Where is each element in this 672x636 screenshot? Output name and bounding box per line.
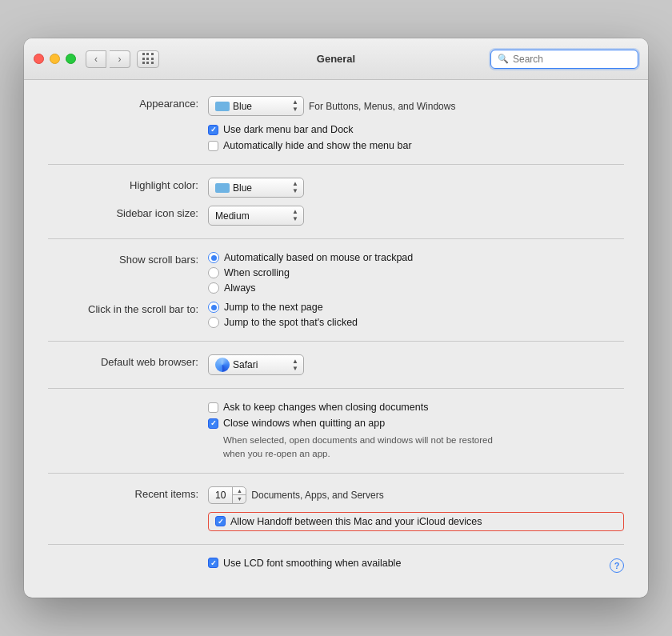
highlight-color-label: Highlight color: bbox=[48, 178, 208, 191]
back-button[interactable]: ‹ bbox=[86, 50, 106, 68]
sidebar-icon-size-select[interactable]: Medium ▲ ▼ bbox=[208, 206, 304, 226]
jump-spot-row: Jump to the spot that's clicked bbox=[208, 317, 358, 328]
lcd-font-row: Use LCD font smoothing when available bbox=[208, 558, 610, 569]
content-area: Appearance: Blue ▲ ▼ For Buttons, Menus,… bbox=[24, 80, 648, 597]
recent-items-label: Recent items: bbox=[48, 486, 208, 500]
scroll-when-row: When scrolling bbox=[208, 267, 413, 278]
stepper-buttons: ▲ ▼ bbox=[233, 487, 246, 503]
maximize-button[interactable] bbox=[66, 54, 76, 64]
recent-items-controls: 10 ▲ ▼ Documents, Apps, and Servers bbox=[208, 486, 624, 504]
system-preferences-window: ‹ › General 🔍 Appearance: Blue bbox=[24, 38, 648, 597]
safari-icon bbox=[215, 358, 230, 372]
show-scroll-bars-label: Show scroll bars: bbox=[48, 252, 208, 266]
highlight-color-row: Highlight color: Blue ▲ ▼ bbox=[48, 178, 624, 198]
sidebar-icon-size-label: Sidebar icon size: bbox=[48, 206, 208, 219]
highlight-color-controls: Blue ▲ ▼ bbox=[208, 178, 624, 198]
keep-changes-label: Ask to keep changes when closing documen… bbox=[223, 402, 428, 413]
document-note: When selected, open documents and window… bbox=[223, 434, 543, 459]
recent-items-description: Documents, Apps, and Servers bbox=[251, 490, 383, 501]
scroll-auto-label: Automatically based on mouse or trackpad bbox=[224, 252, 413, 263]
forward-button[interactable]: › bbox=[110, 50, 130, 68]
scroll-when-radio[interactable] bbox=[208, 267, 219, 278]
sidebar-icon-size-value: Medium bbox=[215, 210, 286, 222]
appearance-select[interactable]: Blue ▲ ▼ bbox=[208, 96, 304, 116]
auto-hide-row: Automatically hide and show the menu bar bbox=[208, 140, 624, 151]
close-windows-label: Close windows when quitting an app bbox=[223, 418, 385, 429]
handoff-label: Allow Handoff between this Mac and your … bbox=[230, 516, 482, 527]
nav-buttons: ‹ › bbox=[86, 50, 130, 68]
bottom-row: Use LCD font smoothing when available ? bbox=[48, 558, 624, 574]
appearance-checkboxes: Use dark menu bar and Dock Automatically… bbox=[208, 124, 624, 151]
dark-menu-row: Use dark menu bar and Dock bbox=[208, 124, 624, 135]
keep-changes-row: Ask to keep changes when closing documen… bbox=[208, 402, 624, 413]
highlight-arrows: ▲ ▼ bbox=[292, 181, 298, 194]
jump-next-row: Jump to the next page bbox=[208, 302, 358, 313]
show-scroll-bars-row: Show scroll bars: Automatically based on… bbox=[48, 252, 624, 294]
down-arrow: ▼ bbox=[292, 366, 298, 372]
highlight-color-value: Blue bbox=[233, 182, 286, 194]
scroll-always-row: Always bbox=[208, 282, 413, 294]
appearance-value: Blue bbox=[233, 101, 286, 112]
dark-menu-label: Use dark menu bar and Dock bbox=[223, 124, 354, 135]
down-arrow: ▼ bbox=[292, 106, 298, 113]
close-button[interactable] bbox=[34, 54, 44, 64]
all-prefs-button[interactable] bbox=[137, 50, 159, 68]
down-arrow: ▼ bbox=[292, 216, 298, 222]
click-scroll-radio-group: Jump to the next page Jump to the spot t… bbox=[208, 302, 358, 328]
appearance-row: Appearance: Blue ▲ ▼ For Buttons, Menus,… bbox=[48, 96, 624, 116]
highlight-color-select[interactable]: Blue ▲ ▼ bbox=[208, 178, 304, 198]
divider-6 bbox=[48, 544, 624, 545]
titlebar: ‹ › General 🔍 bbox=[24, 38, 648, 80]
recent-items-stepper[interactable]: 10 ▲ ▼ bbox=[208, 486, 246, 504]
default-browser-label: Default web browser: bbox=[48, 354, 208, 368]
up-arrow: ▲ bbox=[292, 358, 298, 365]
window-title: General bbox=[317, 53, 355, 65]
handoff-checkbox[interactable] bbox=[215, 516, 226, 526]
divider-4 bbox=[48, 388, 624, 389]
down-arrow: ▼ bbox=[292, 188, 298, 194]
scroll-always-label: Always bbox=[224, 282, 256, 294]
stepper-down-button[interactable]: ▼ bbox=[233, 495, 246, 503]
lcd-font-label: Use LCD font smoothing when available bbox=[223, 558, 401, 569]
highlight-swatch bbox=[215, 183, 230, 193]
search-box[interactable]: 🔍 bbox=[490, 50, 638, 69]
search-input[interactable] bbox=[513, 54, 631, 65]
up-arrow: ▲ bbox=[292, 99, 298, 106]
click-scroll-bar-label: Click in the scroll bar to: bbox=[48, 302, 208, 315]
jump-next-radio[interactable] bbox=[208, 302, 219, 313]
appearance-arrows: ▲ ▼ bbox=[292, 99, 298, 113]
click-scroll-bar-row: Click in the scroll bar to: Jump to the … bbox=[48, 302, 624, 328]
auto-hide-checkbox[interactable] bbox=[208, 141, 218, 151]
handoff-row: Allow Handoff between this Mac and your … bbox=[208, 512, 624, 531]
jump-next-label: Jump to the next page bbox=[224, 302, 323, 313]
sidebar-icon-size-row: Sidebar icon size: Medium ▲ ▼ bbox=[48, 206, 624, 226]
sidebar-icon-size-controls: Medium ▲ ▼ bbox=[208, 206, 624, 226]
divider-5 bbox=[48, 473, 624, 474]
dark-menu-checkbox[interactable] bbox=[208, 125, 218, 135]
stepper-up-button[interactable]: ▲ bbox=[233, 487, 246, 496]
minimize-button[interactable] bbox=[50, 54, 60, 64]
sidebar-size-arrows: ▲ ▼ bbox=[292, 209, 298, 222]
help-button[interactable]: ? bbox=[610, 558, 624, 573]
jump-spot-radio[interactable] bbox=[208, 317, 219, 328]
default-browser-value: Safari bbox=[233, 359, 286, 370]
divider-3 bbox=[48, 341, 624, 342]
divider-2 bbox=[48, 238, 624, 239]
default-browser-controls: Safari ▲ ▼ bbox=[208, 354, 624, 375]
grid-icon bbox=[142, 53, 154, 65]
scroll-always-radio[interactable] bbox=[208, 282, 219, 294]
default-browser-select[interactable]: Safari ▲ ▼ bbox=[208, 354, 304, 375]
scroll-auto-radio[interactable] bbox=[208, 252, 219, 263]
show-scroll-bars-controls: Automatically based on mouse or trackpad… bbox=[208, 252, 624, 294]
appearance-label: Appearance: bbox=[48, 96, 208, 110]
recent-items-value: 10 bbox=[209, 487, 233, 503]
blue-swatch bbox=[215, 102, 230, 111]
appearance-description: For Buttons, Menus, and Windows bbox=[309, 101, 455, 112]
keep-changes-checkbox[interactable] bbox=[208, 402, 218, 413]
search-icon: 🔍 bbox=[498, 54, 509, 64]
lcd-font-checkbox[interactable] bbox=[208, 558, 218, 568]
scroll-auto-row: Automatically based on mouse or trackpad bbox=[208, 252, 413, 263]
click-scroll-bar-controls: Jump to the next page Jump to the spot t… bbox=[208, 302, 624, 328]
browser-arrows: ▲ ▼ bbox=[292, 358, 298, 372]
close-windows-checkbox[interactable] bbox=[208, 418, 218, 429]
